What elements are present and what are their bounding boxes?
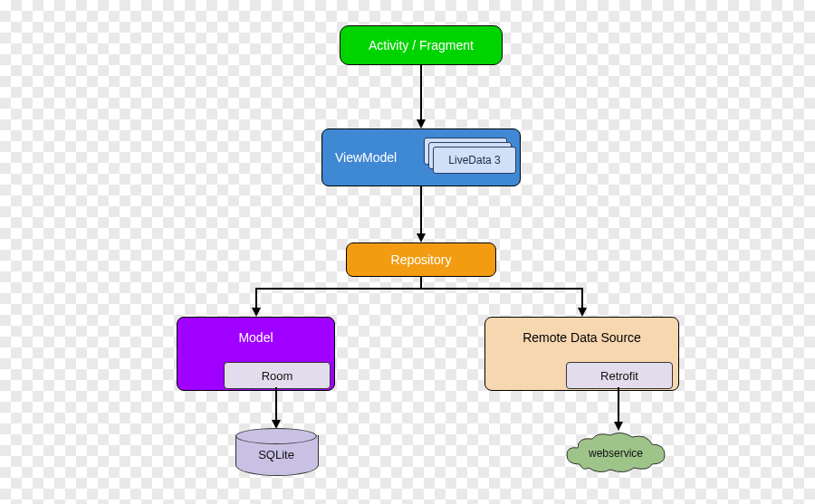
node-model-label: Model <box>238 330 273 345</box>
edge-room-to-sqlite <box>275 387 277 420</box>
arrowhead-icon <box>252 308 261 317</box>
tag-retrofit-label: Retrofit <box>600 369 638 383</box>
livedata-label: LiveData 3 <box>448 154 500 166</box>
edge-activity-to-viewmodel <box>420 65 422 119</box>
node-remote-label: Remote Data Source <box>523 330 641 345</box>
edge-retrofit-to-webservice <box>618 387 619 422</box>
node-repository-label: Repository <box>391 252 452 267</box>
node-sqlite-label: SQLite <box>235 448 317 461</box>
node-webservice-cloud: webservice <box>561 430 670 475</box>
tag-room-label: Room <box>262 369 293 383</box>
node-activity-label: Activity / Fragment <box>369 38 474 52</box>
node-webservice-label: webservice <box>588 447 643 460</box>
edge-repository-to-remote <box>581 288 583 308</box>
cylinder-top-icon <box>235 428 317 444</box>
node-viewmodel-label: ViewModel <box>335 150 397 165</box>
tag-retrofit: Retrofit <box>566 362 673 389</box>
diagram-canvas: Activity / Fragment ViewModel LiveData 3… <box>0 0 815 504</box>
edge-repository-to-model <box>255 288 257 308</box>
node-repository: Repository <box>346 242 496 277</box>
tag-room: Room <box>224 362 331 389</box>
edge-viewmodel-to-repository <box>420 186 422 233</box>
cloud-icon: webservice <box>561 430 670 475</box>
node-sqlite-cylinder: SQLite <box>235 428 317 475</box>
livedata-card-front: LiveData 3 <box>433 147 516 174</box>
livedata-stack: LiveData 3 <box>424 138 514 172</box>
node-activity-fragment: Activity / Fragment <box>340 25 503 65</box>
edge-repository-branch-horizontal <box>255 288 583 290</box>
arrowhead-icon <box>417 119 426 128</box>
arrowhead-icon <box>417 233 426 242</box>
arrowhead-icon <box>578 308 587 317</box>
